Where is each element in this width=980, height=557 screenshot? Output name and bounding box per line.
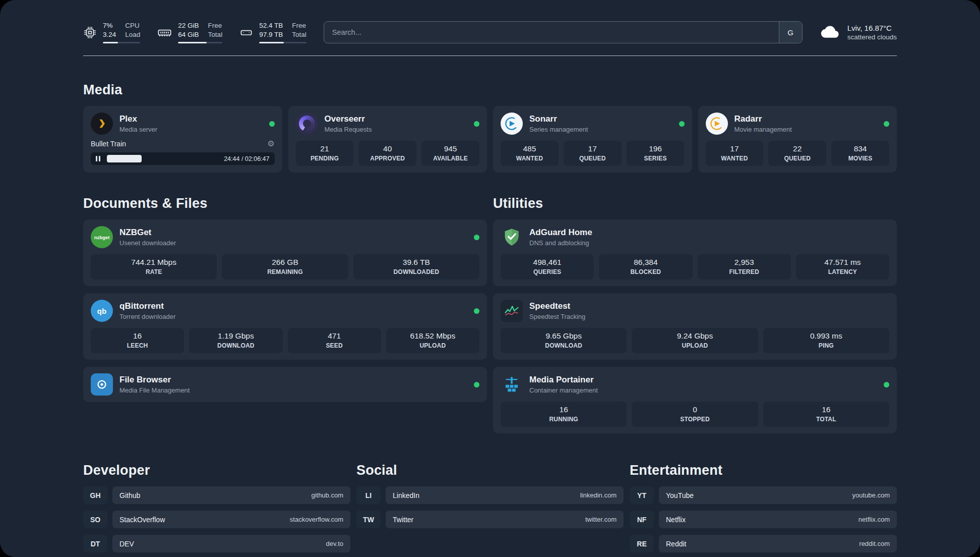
developer-section-title: Developer (83, 463, 350, 478)
stat-label: MOVIES (833, 155, 887, 162)
search-input[interactable] (324, 28, 779, 36)
gear-icon[interactable]: ⚙ (267, 140, 274, 148)
sonarr-icon (501, 113, 523, 135)
stat-value: 485 (503, 144, 557, 153)
qbittorrent-subtitle: Torrent downloader (119, 313, 175, 321)
utilities-column: Utilities (493, 173, 897, 433)
plex-card[interactable]: Plex Media server Bullet Train ⚙ 24:44 /… (83, 106, 282, 173)
stat-label: LATENCY (798, 268, 887, 275)
stat-value: 17 (708, 144, 762, 153)
stat-tile: 9.24 Gbps UPLOAD (632, 328, 758, 353)
stat-value: 0 (634, 405, 756, 414)
stat-label: APPROVED (360, 155, 414, 162)
documents-section-title: Documents & Files (83, 196, 487, 211)
stat-label: QUEUED (770, 155, 824, 162)
nzbget-card[interactable]: nzbget NZBGet Usenet downloader 744.21 M… (83, 219, 487, 286)
filebrowser-card[interactable]: File Browser Media File Management (83, 367, 487, 402)
reddit-link[interactable]: Reddit reddit.com (659, 535, 897, 552)
pause-icon[interactable] (96, 156, 100, 161)
cpu-load-label: Load (125, 30, 140, 39)
radarr-card[interactable]: Radarr Movie management 17 WANTED 22 QUE… (698, 106, 897, 173)
stat-value: 945 (423, 144, 477, 153)
stackoverflow-abbr: SO (83, 511, 107, 528)
sonarr-card[interactable]: Sonarr Series management 485 WANTED 17 Q… (493, 106, 692, 173)
link-name: YouTube (666, 491, 694, 499)
ram-metric: 22 GiB Free 64 GiB Total (157, 21, 222, 43)
stat-tile: 9.65 Gbps DOWNLOAD (501, 328, 627, 353)
stat-tile: 498,461 QUERIES (501, 254, 594, 280)
sonarr-subtitle: Series management (529, 126, 588, 134)
stat-label: QUERIES (503, 268, 592, 275)
stat-value: 17 (566, 144, 620, 153)
overseerr-card[interactable]: Overseerr Media Requests 21 PENDING 40 A… (288, 106, 487, 173)
nzbget-status-dot (474, 235, 479, 240)
stat-value: 16 (503, 405, 625, 414)
ram-free-value: 22 GiB (178, 21, 199, 30)
stat-value: 744.21 Mbps (93, 258, 215, 267)
search-engine-button[interactable]: G (779, 22, 802, 43)
media-grid: Plex Media server Bullet Train ⚙ 24:44 /… (83, 106, 897, 173)
portainer-card[interactable]: Media Portainer Container management 16 … (493, 367, 897, 433)
stat-tile: 16 LEECH (91, 328, 184, 353)
disk-metric: 52.4 TB Free 97.9 TB Total (239, 21, 307, 43)
link-url: youtube.com (852, 491, 890, 499)
disk-icon (239, 26, 253, 39)
github-link[interactable]: Github github.com (112, 486, 350, 504)
sonarr-status-dot (679, 121, 685, 127)
adguard-card[interactable]: AdGuard Home DNS and adblocking 498,461 … (493, 219, 897, 286)
stat-tile: 47.571 ms LATENCY (796, 254, 889, 280)
linkedin-abbr: LI (356, 486, 381, 504)
nzbget-icon: nzbget (91, 226, 113, 248)
topbar: 7% CPU 3.24 Load 22 (83, 21, 897, 43)
stat-tile: 0.993 ms PING (763, 328, 889, 353)
link-url: twitter.com (585, 516, 617, 523)
linkedin-link[interactable]: LinkedIn linkedin.com (386, 486, 624, 504)
filebrowser-name: File Browser (119, 375, 190, 385)
cloud-icon (820, 23, 841, 41)
plex-seek-bar[interactable]: 24:44 / 02:06:47 (91, 152, 275, 165)
speedtest-subtitle: Speedtest Tracking (529, 313, 585, 321)
dashboard-app: 7% CPU 3.24 Load 22 (0, 0, 980, 557)
stat-value: 266 GB (224, 258, 346, 267)
dev-link[interactable]: DEV dev.to (112, 535, 350, 552)
stat-label: TOTAL (765, 416, 887, 423)
stat-value: 2,953 (700, 258, 789, 267)
stackoverflow-link[interactable]: StackOverflow stackoverflow.com (112, 511, 350, 528)
twitter-link[interactable]: Twitter twitter.com (386, 511, 624, 528)
plex-icon (91, 113, 113, 135)
netflix-link[interactable]: Netflix netflix.com (659, 511, 897, 528)
link-name: StackOverflow (119, 516, 165, 524)
plex-name: Plex (119, 114, 157, 124)
stat-value: 47.571 ms (798, 258, 887, 267)
stat-value: 40 (360, 144, 414, 153)
ram-icon (157, 25, 172, 40)
stat-label: RUNNING (503, 416, 625, 423)
link-row-github: GH Github github.com (83, 486, 350, 504)
qbittorrent-card[interactable]: qb qBittorrent Torrent downloader 16 (83, 293, 487, 360)
speedtest-card[interactable]: Speedtest Speedtest Tracking 9.65 Gbps D… (493, 293, 897, 360)
youtube-abbr: YT (630, 486, 654, 504)
stat-value: 22 (770, 144, 824, 153)
link-name: Twitter (393, 516, 413, 524)
nzbget-name: NZBGet (119, 228, 176, 238)
link-url: dev.to (326, 540, 343, 547)
disk-total-value: 97.9 TB (259, 30, 283, 39)
ram-total-value: 64 GiB (178, 30, 199, 39)
documents-column: Documents & Files nzbget NZBGet Usenet d… (83, 173, 487, 402)
youtube-link[interactable]: YouTube youtube.com (659, 486, 897, 504)
cpu-icon (83, 26, 97, 39)
stat-value: 0.993 ms (765, 331, 887, 341)
github-abbr: GH (83, 486, 107, 504)
stat-value: 9.65 Gbps (503, 331, 625, 341)
adguard-name: AdGuard Home (529, 228, 592, 238)
developer-links-column: Developer GH Github github.com SO StackO… (83, 433, 350, 557)
stat-value: 196 (629, 144, 683, 153)
filebrowser-subtitle: Media File Management (119, 386, 190, 395)
stat-value: 16 (765, 405, 887, 414)
stat-tile: 266 GB REMAINING (222, 254, 348, 280)
disk-free-value: 52.4 TB (259, 21, 283, 30)
qbittorrent-name: qBittorrent (119, 301, 175, 311)
weather-condition: scattered clouds (847, 33, 897, 41)
overseerr-status-dot (474, 121, 479, 127)
link-row-reddit: RE Reddit reddit.com (630, 535, 897, 552)
